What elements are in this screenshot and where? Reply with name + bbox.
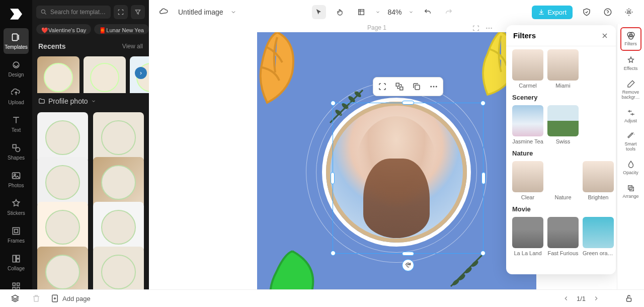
trash-icon[interactable] (29, 291, 43, 305)
zoom-level[interactable]: 84% (387, 8, 401, 16)
view-all-link[interactable]: View all (122, 43, 143, 50)
prev-page-icon[interactable] (562, 295, 570, 302)
effects-icon (626, 56, 635, 65)
rail-collage[interactable]: Collage (4, 250, 29, 275)
rr-opacity[interactable]: Opacity (620, 157, 641, 179)
chevron-down-icon[interactable] (375, 10, 380, 15)
template-thumb[interactable] (37, 202, 88, 253)
filter-icon[interactable] (131, 5, 145, 19)
template-thumb[interactable] (93, 202, 144, 253)
filter-jasmine[interactable] (512, 105, 543, 136)
rr-adjust[interactable]: Adjust (620, 105, 641, 127)
template-thumb[interactable] (37, 112, 88, 163)
profile-folder[interactable]: Profile photo (32, 93, 149, 109)
fullscreen-icon[interactable] (472, 24, 480, 32)
template-thumb[interactable] (93, 112, 144, 163)
resize-handle[interactable] (331, 101, 336, 106)
filter-lalaland[interactable] (512, 217, 543, 248)
rr-effects[interactable]: Effects (620, 53, 641, 74)
rail-design[interactable]: Design (4, 56, 29, 82)
rail-frames[interactable]: Frames (4, 222, 29, 248)
rail-text[interactable]: Text (4, 111, 29, 137)
app-logo[interactable] (8, 6, 24, 22)
replace-icon[interactable] (393, 81, 406, 93)
resize-tool[interactable] (354, 5, 368, 19)
redo-button[interactable] (442, 5, 456, 19)
close-icon[interactable] (601, 32, 609, 40)
resize-handle[interactable] (481, 172, 486, 184)
selection-box[interactable] (333, 103, 484, 254)
svg-point-22 (486, 28, 488, 29)
filter-swiss[interactable] (547, 105, 579, 136)
canvas-wrap: Untitled image 84% Export Page 1 (149, 0, 644, 289)
resize-handle[interactable] (480, 101, 486, 106)
rail-text-label: Text (12, 127, 21, 133)
filter-clear[interactable] (512, 161, 543, 192)
rail-upload[interactable]: Upload (4, 84, 29, 109)
crop-icon[interactable] (376, 81, 388, 93)
section-nature: Nature (512, 149, 610, 157)
rotate-handle[interactable] (402, 259, 414, 271)
settings-icon[interactable] (622, 5, 636, 19)
rail-photos[interactable]: Photos (4, 167, 29, 192)
template-thumb[interactable] (37, 247, 88, 289)
chevron-down-icon[interactable] (409, 10, 414, 15)
rail-upload-label: Upload (8, 100, 24, 105)
tag-lunar[interactable]: 🧧Lunar New Yea (94, 24, 149, 34)
export-button[interactable]: Export (532, 6, 573, 19)
rail-stickers-label: Stickers (7, 210, 25, 216)
filter-label: Jasmine Tea (512, 138, 543, 144)
select-tool[interactable] (312, 5, 326, 19)
template-thumb[interactable] (37, 157, 88, 208)
hand-tool[interactable] (333, 5, 347, 19)
resize-handle[interactable] (331, 251, 336, 256)
filter-fastfurious[interactable] (547, 217, 579, 248)
lock-icon[interactable] (622, 291, 636, 305)
resize-handle[interactable] (402, 101, 414, 105)
filter-miami[interactable] (547, 49, 579, 81)
profile-folder-label: Profile photo (48, 97, 88, 105)
filter-brighten[interactable] (583, 161, 614, 192)
svg-point-24 (491, 28, 492, 29)
add-page-icon (50, 294, 59, 303)
folder-icon (38, 98, 45, 105)
copy-icon[interactable] (411, 81, 423, 93)
rr-smart[interactable]: Smart tools (620, 128, 641, 155)
filter-greenorange[interactable] (583, 217, 614, 248)
chevron-down-icon[interactable] (230, 9, 236, 15)
tag-valentines[interactable]: ❤️Valentine's Day (36, 24, 91, 34)
filter-label: La La Land (514, 250, 541, 256)
add-page-button[interactable]: Add page (50, 291, 91, 305)
search-input[interactable]: Search for templat… (36, 6, 111, 19)
help-icon[interactable] (601, 5, 615, 19)
more-icon[interactable] (428, 81, 440, 93)
rail-shapes[interactable]: Shapes (4, 139, 29, 165)
doc-title[interactable]: Untitled image (178, 8, 223, 16)
scan-icon[interactable] (114, 5, 128, 19)
filter-label: Carmel (519, 83, 536, 89)
filter-carmel[interactable] (512, 49, 543, 81)
resize-handle[interactable] (331, 172, 335, 184)
undo-button[interactable] (421, 5, 435, 19)
more-icon[interactable] (485, 24, 493, 32)
template-thumb[interactable] (93, 157, 144, 208)
resize-handle[interactable] (480, 251, 486, 256)
shield-icon[interactable] (580, 5, 594, 19)
rr-arrange[interactable]: Arrange (620, 181, 641, 202)
bottombar: Add page 1/1 (0, 289, 644, 307)
page-canvas[interactable] (257, 32, 536, 289)
rail-stickers[interactable]: Stickers (4, 194, 29, 220)
section-scenery: Scenery (512, 94, 610, 101)
rail-photos-label: Photos (8, 183, 24, 188)
next-page-icon[interactable] (593, 295, 600, 302)
rail-templates[interactable]: Templates (4, 28, 29, 54)
rr-remove-bg[interactable]: Remove backgr… (620, 76, 641, 103)
scroll-right-icon[interactable]: › (135, 67, 147, 79)
cloud-icon[interactable] (157, 5, 171, 19)
resize-handle[interactable] (402, 252, 414, 256)
recent-thumb[interactable] (84, 56, 126, 93)
template-thumb[interactable] (93, 247, 144, 289)
rr-filters[interactable]: Filters (620, 27, 641, 51)
layers-icon[interactable] (8, 291, 22, 305)
recent-thumb[interactable] (37, 56, 79, 93)
